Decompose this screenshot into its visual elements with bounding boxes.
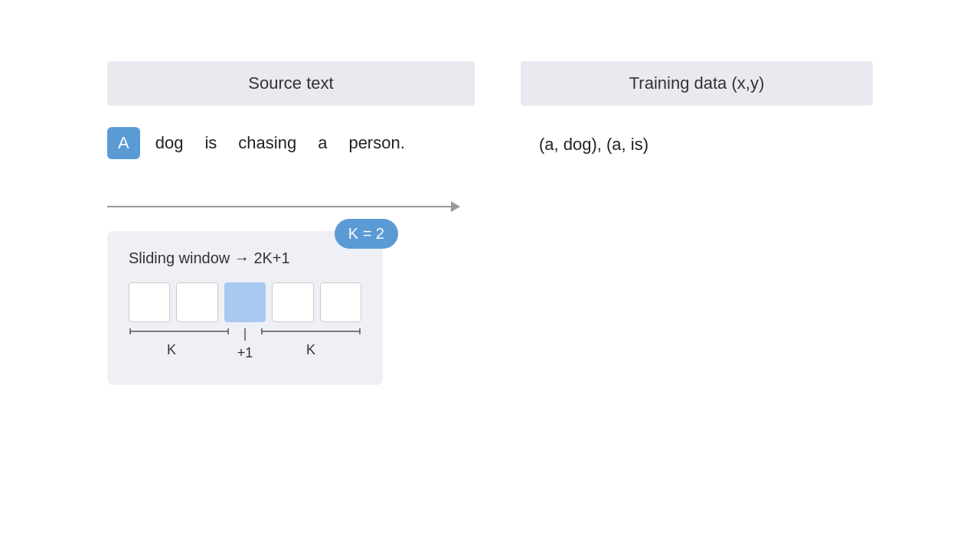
left-panel: Source text A dog is chasing a person. S… [107, 61, 475, 520]
svg-text:K: K [306, 342, 315, 357]
highlighted-word: A [107, 127, 140, 159]
training-data-row: (a, dog), (a, is) [521, 119, 873, 170]
sliding-window-container: Sliding window → 2K+1 K = 2 [107, 231, 475, 385]
word-person: person. [348, 133, 404, 153]
cell-1 [129, 282, 170, 322]
cell-5 [320, 282, 361, 322]
cell-2 [176, 282, 217, 322]
bracket-svg: K +1 K [129, 325, 361, 364]
right-panel: Training data (x,y) (a, dog), (a, is) [521, 61, 873, 520]
svg-text:+1: +1 [237, 345, 253, 360]
word-dog: dog [155, 133, 184, 153]
training-data-header: Training data (x,y) [521, 61, 873, 106]
k-badge: K = 2 [335, 219, 398, 249]
sentence-words: dog is chasing a person. [155, 133, 405, 153]
sentence-row: A dog is chasing a person. [107, 119, 475, 167]
svg-text:K: K [167, 342, 176, 357]
window-cells-row [129, 282, 361, 322]
sliding-window-box: Sliding window → 2K+1 K = 2 [107, 231, 383, 385]
cell-center [224, 282, 266, 322]
word-a: a [318, 133, 327, 153]
arrow-line [107, 206, 459, 207]
cell-4 [272, 282, 313, 322]
word-is: is [204, 133, 217, 153]
arrow-container [107, 197, 475, 216]
sliding-window-title: Sliding window → 2K+1 [129, 249, 361, 267]
word-chasing: chasing [238, 133, 296, 153]
source-text-header: Source text [107, 61, 475, 106]
